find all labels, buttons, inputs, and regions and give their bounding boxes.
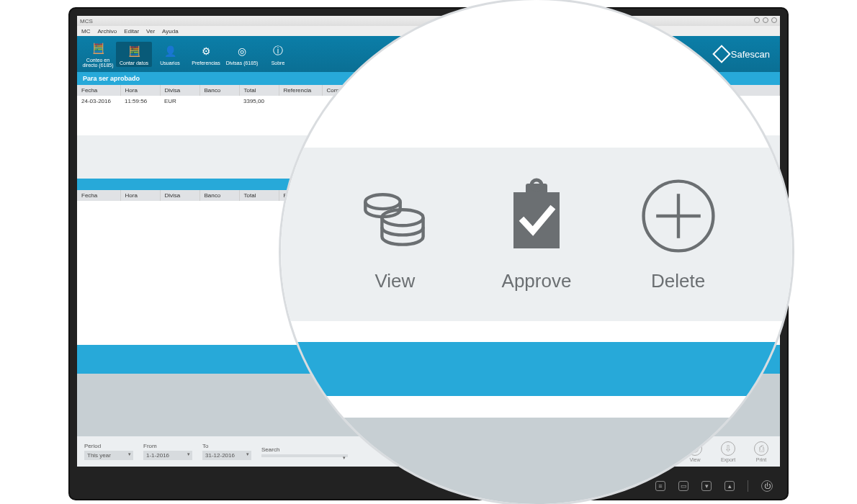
plus-circle-icon	[639, 176, 718, 256]
to-date[interactable]: 31-12-2016	[202, 451, 251, 460]
period-select[interactable]: This year	[84, 451, 133, 460]
col-total[interactable]: Total	[239, 85, 279, 96]
coins-icon: ◎	[234, 43, 250, 59]
col-divisa[interactable]: Divisa	[160, 85, 199, 96]
zoom-label: Approve	[502, 270, 572, 292]
tool-label: Contar datos	[120, 60, 148, 66]
tool-users[interactable]: 👤 Usuarios	[152, 42, 188, 67]
action-label: Print	[756, 457, 766, 462]
zoom-view-button[interactable]: View	[355, 176, 434, 292]
cell-banco	[199, 96, 239, 107]
print-button[interactable]: ⎙ Print	[750, 441, 773, 462]
menu-ver[interactable]: Ver	[146, 28, 155, 35]
zoom-label: Delete	[651, 270, 705, 292]
clipboard-check-icon	[497, 176, 576, 256]
to-label: To	[202, 443, 251, 449]
col-divisa[interactable]: Divisa	[160, 190, 199, 201]
tool-preferences[interactable]: ⚙ Preferencias	[188, 42, 224, 67]
col-referencia[interactable]: Referencia	[279, 85, 322, 96]
col-fecha[interactable]: Fecha	[77, 85, 120, 96]
tool-label: Conteo en directo (6185)	[80, 58, 116, 68]
zoom-delete-button[interactable]: Delete	[639, 176, 718, 292]
cell-referencia	[279, 96, 322, 107]
tool-label: Divisas (6185)	[226, 60, 259, 66]
tool-currencies[interactable]: ◎ Divisas (6185)	[224, 42, 260, 67]
monitor-menu-icon[interactable]: ≡	[655, 481, 665, 491]
col-fecha[interactable]: Fecha	[77, 190, 120, 201]
calculator-plus-icon: 🧮	[126, 43, 142, 59]
tool-label: Usuarios	[160, 60, 180, 66]
zoom-lens: View Approve Delete	[281, 0, 792, 504]
menu-mc[interactable]: MC	[81, 28, 90, 35]
cell-fecha: 24-03-2016	[77, 96, 120, 107]
svg-point-0	[366, 194, 400, 209]
power-icon[interactable]: ⏻	[761, 480, 773, 492]
export-icon: ⇩	[721, 441, 735, 456]
cell-hora: 11:59:56	[120, 96, 160, 107]
search-label: Search	[261, 446, 348, 453]
brand-icon	[712, 45, 730, 63]
zoom-label: View	[374, 270, 415, 292]
calculator-icon: 🧮	[90, 40, 106, 56]
action-label: View	[689, 457, 700, 462]
from-label: From	[143, 443, 192, 449]
tool-label: Sobre	[272, 60, 285, 66]
brand: Safescan	[715, 48, 770, 60]
info-icon: ⓘ	[270, 43, 286, 59]
col-hora[interactable]: Hora	[120, 190, 160, 201]
menu-archivo[interactable]: Archivo	[97, 28, 117, 35]
zoom-blue-stripe	[281, 342, 792, 396]
cell-divisa: EUR	[160, 96, 199, 107]
maximize-icon[interactable]	[763, 17, 768, 23]
monitor-up-icon[interactable]: ▴	[724, 481, 735, 491]
zoom-approve-button[interactable]: Approve	[497, 176, 576, 292]
export-button[interactable]: ⇩ Export	[717, 441, 740, 462]
col-banco[interactable]: Banco	[199, 190, 239, 201]
search-input[interactable]	[261, 454, 348, 457]
app-title: MCS	[80, 18, 93, 24]
col-total[interactable]: Total	[239, 190, 279, 201]
monitor-down-icon[interactable]: ▾	[701, 481, 712, 491]
tool-label: Preferencias	[192, 60, 220, 66]
printer-icon: ⎙	[754, 441, 768, 456]
monitor-controls: ≡ ▭ ▾ ▴ ⏻	[655, 480, 773, 492]
from-date[interactable]: 1-1-2016	[143, 451, 192, 460]
cell-total: 3395,00	[239, 96, 279, 107]
col-banco[interactable]: Banco	[199, 85, 239, 96]
user-icon: 👤	[162, 43, 178, 59]
menu-ayuda[interactable]: Ayuda	[162, 28, 179, 35]
action-label: Export	[721, 457, 735, 462]
period-label: Period	[84, 443, 133, 449]
brand-text: Safescan	[731, 49, 770, 60]
gear-icon: ⚙	[198, 43, 214, 59]
col-hora[interactable]: Hora	[120, 85, 160, 96]
tool-about[interactable]: ⓘ Sobre	[260, 42, 296, 67]
tool-live-count[interactable]: 🧮 Conteo en directo (6185)	[80, 39, 116, 69]
minimize-icon[interactable]	[754, 17, 760, 23]
coins-icon	[355, 176, 434, 256]
window-controls[interactable]	[753, 17, 777, 24]
tool-count-data[interactable]: 🧮 Contar datos	[116, 42, 152, 67]
monitor-select-icon[interactable]: ▭	[678, 481, 688, 491]
close-icon[interactable]	[771, 17, 777, 23]
zoom-actions: View Approve Delete	[281, 148, 792, 321]
menu-editar[interactable]: Editar	[124, 28, 139, 35]
separator	[748, 480, 748, 492]
